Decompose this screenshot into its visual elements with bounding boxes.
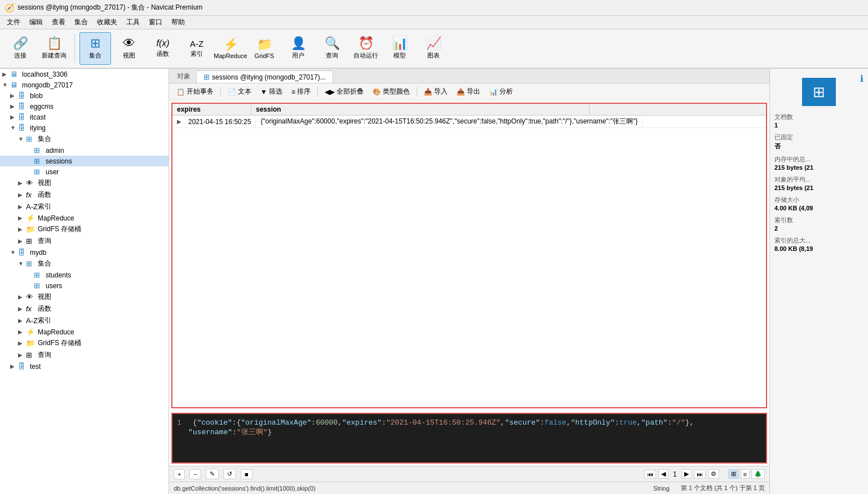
refresh-button[interactable]: ↺ [223, 469, 236, 479]
function-label: 函数 [157, 50, 169, 58]
sidebar-item-itying-indexes[interactable]: ▶ A-Z 索引 [0, 201, 169, 213]
sidebar-item-blob[interactable]: ▶ 🗄 blob [0, 90, 169, 101]
nav-last-button[interactable]: ⏭ [694, 470, 706, 479]
nav-settings-button[interactable]: ⚙ [708, 469, 719, 479]
nav-first-button[interactable]: ⏮ [644, 470, 656, 479]
json-view: 1 {"cookie":{"originalMaxAge":60000,"exp… [171, 413, 767, 464]
nav-next-button[interactable]: ▶ [681, 469, 692, 479]
rp-avg-value: 215 bytes (21 [774, 184, 863, 191]
sidebar-item-mydb-indexes[interactable]: ▶ A-Z 索引 [0, 315, 169, 327]
mapreduce-icon: ⚡ [223, 38, 238, 51]
toolbar-user[interactable]: 👤 用户 [282, 32, 314, 65]
import-label: 导入 [434, 87, 448, 96]
rp-index-count-value: 2 [774, 225, 863, 232]
gridfs-icon: 📁 [26, 225, 36, 233]
sidebar-item-localhost[interactable]: ▶ 🖥 localhost_3306 [0, 69, 169, 80]
toolbar-gridfs[interactable]: 📁 GridFS [249, 32, 280, 65]
ct-btn-filter[interactable]: ▼ 筛选 [256, 85, 286, 98]
view-mode-buttons: ⊞ ≡ 🌲 [728, 469, 765, 479]
sidebar-item-mydb-functions[interactable]: ▶ fx 函数 [0, 303, 169, 315]
sidebar-item-sessions[interactable]: ⊞ sessions [0, 156, 169, 166]
sidebar-item-itying-queries[interactable]: ▶ ⊞ 查询 [0, 235, 169, 247]
menu-window[interactable]: 窗口 [144, 16, 167, 28]
sidebar-item-user[interactable]: ⊞ user [0, 166, 169, 177]
toolbar-autorun[interactable]: ⏰ 自动运行 [350, 32, 382, 65]
list-view-button[interactable]: ≡ [741, 469, 750, 479]
ct-btn-sort[interactable]: ≡ 排序 [287, 85, 315, 98]
menu-file[interactable]: 文件 [2, 16, 25, 28]
sidebar-item-itying[interactable]: ▼ 🗄 itying [0, 122, 169, 133]
sidebar-item-mydb-mapreduce[interactable]: ▶ ⚡ MapReduce [0, 327, 169, 337]
sidebar-item-test[interactable]: ▶ 🗄 test [0, 361, 169, 372]
info-icon[interactable]: ℹ [860, 73, 863, 84]
connect-label: 连接 [14, 51, 26, 60]
sidebar-item-admin[interactable]: ⊞ admin [0, 145, 169, 156]
collections-folder-icon: ⊞ [26, 135, 36, 143]
sidebar-item-mydb-collections[interactable]: ▼ ⊞ 集合 [0, 258, 169, 270]
ct-btn-transaction[interactable]: 📋 开始事务 [172, 85, 218, 98]
table-row[interactable]: ▶ 2021-04-15 16:50:25 {"originalMaxAge":… [172, 116, 766, 128]
grid-header: expires session [172, 104, 766, 116]
ct-btn-analyze[interactable]: 📊 分析 [485, 85, 517, 98]
edit-record-button[interactable]: ✎ [206, 469, 219, 479]
row-expand-icon[interactable]: ▶ [177, 118, 186, 125]
sessions-tab[interactable]: ⊞ sessions @itying (mongodb_27017)... [196, 70, 333, 83]
sidebar-label-itcast: itcast [30, 113, 46, 121]
sidebar-item-mongodb[interactable]: ▼ 🖥 mongodb_27017 [0, 80, 169, 90]
toolbar-function[interactable]: f(x) 函数 [147, 32, 179, 65]
chart-icon: 📈 [426, 37, 441, 50]
grid-view-button[interactable]: ⊞ [728, 469, 739, 479]
menu-edit[interactable]: 编辑 [25, 16, 47, 28]
mapreduce-label: MapReduce [214, 52, 247, 59]
ct-btn-text[interactable]: 📄 文本 [224, 85, 255, 98]
sidebar-item-mydb[interactable]: ▼ 🗄 mydb [0, 247, 169, 258]
toolbar-model[interactable]: 📊 模型 [384, 32, 415, 65]
toolbar-collection[interactable]: ⊞ 集合 [79, 32, 111, 65]
sidebar-item-itying-collections[interactable]: ▼ ⊞ 集合 [0, 133, 169, 145]
expand-icon: ▶ [18, 294, 26, 300]
toolbar-new-query[interactable]: 📋 新建查询 [38, 32, 70, 65]
ct-btn-export[interactable]: 📤 导出 [453, 85, 484, 98]
right-panel: ℹ ⊞ 文档数 1 已固定 否 内存中的总... 215 bytes (21 对… [769, 69, 868, 494]
nav-prev-button[interactable]: ◀ [658, 469, 668, 479]
sidebar-item-users[interactable]: ⊞ users [0, 280, 169, 291]
toolbar-connect[interactable]: 🔗 连接 [5, 32, 36, 65]
sidebar-label-mydb-mapreduce: MapReduce [38, 328, 74, 336]
gridfs-icon: 📁 [26, 339, 36, 347]
toolbar-mapreduce[interactable]: ⚡ MapReduce [215, 32, 246, 65]
menu-tools[interactable]: 工具 [122, 16, 144, 28]
toolbar-chart[interactable]: 📈 图表 [418, 32, 449, 65]
expand-icon: ▶ [18, 329, 26, 335]
analyze-icon: 📊 [489, 88, 498, 96]
add-record-button[interactable]: + [174, 469, 185, 479]
ct-btn-import[interactable]: 📥 导入 [420, 85, 451, 98]
ct-btn-collapse[interactable]: ◀▶ 全部折叠 [321, 85, 367, 98]
sidebar-item-students[interactable]: ⊞ students [0, 270, 169, 280]
menu-bookmarks[interactable]: 收藏夹 [92, 16, 122, 28]
toolbar-view[interactable]: 👁 视图 [113, 32, 145, 65]
sidebar-item-mydb-views[interactable]: ▶ 👁 视图 [0, 291, 169, 303]
sidebar-item-eggcms[interactable]: ▶ 🗄 eggcms [0, 101, 169, 112]
sidebar-label-itying: itying [30, 124, 46, 132]
stop-button[interactable]: ■ [241, 469, 253, 479]
user-icon: 👤 [291, 37, 306, 50]
rp-avg: 对象的平均... 215 bytes (21 [774, 175, 863, 191]
sidebar-item-itying-functions[interactable]: ▶ fx 函数 [0, 189, 169, 201]
ct-btn-type-color[interactable]: 🎨 类型颜色 [369, 85, 414, 98]
sidebar-item-itying-mapreduce[interactable]: ▶ ⚡ MapReduce [0, 213, 169, 223]
sidebar-item-itying-views[interactable]: ▶ 👁 视图 [0, 177, 169, 189]
sidebar-item-itcast[interactable]: ▶ 🗄 itcast [0, 112, 169, 122]
menu-help[interactable]: 帮助 [167, 16, 189, 28]
menu-view[interactable]: 查看 [47, 16, 70, 28]
toolbar-query[interactable]: 🔍 查询 [316, 32, 348, 65]
sidebar-item-mydb-gridfs[interactable]: ▶ 📁 GridFS 存储桶 [0, 337, 169, 349]
expand-icon: ▶ [10, 103, 18, 109]
sidebar-label-mydb: mydb [30, 249, 46, 257]
menu-collection[interactable]: 集合 [70, 16, 92, 28]
toolbar-index[interactable]: A-Z 索引 [181, 32, 212, 65]
remove-record-button[interactable]: − [189, 469, 201, 479]
sidebar-item-itying-gridfs[interactable]: ▶ 📁 GridFS 存储桶 [0, 223, 169, 235]
content-wrapper: 对象 ⊞ sessions @itying (mongodb_27017)...… [169, 69, 868, 494]
tree-view-button[interactable]: 🌲 [751, 469, 765, 479]
sidebar-item-mydb-queries[interactable]: ▶ ⊞ 查询 [0, 349, 169, 361]
